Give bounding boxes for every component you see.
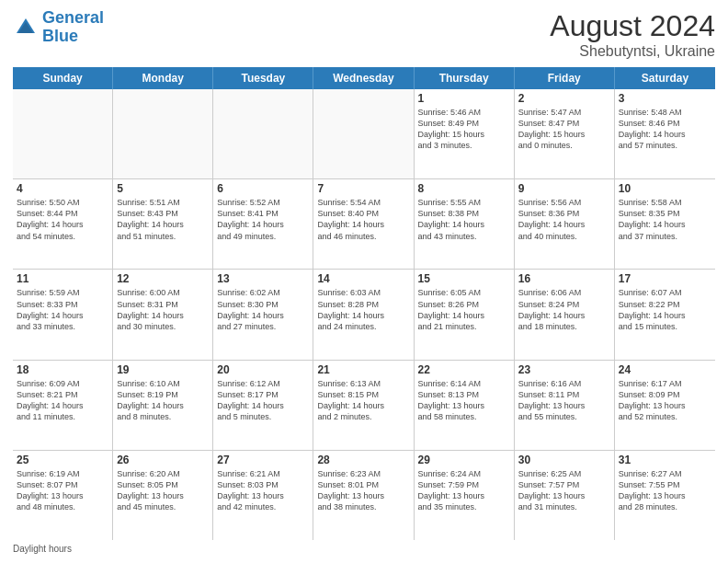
day-number: 5	[117, 182, 209, 195]
calendar: SundayMondayTuesdayWednesdayThursdayFrid…	[13, 67, 715, 540]
day-info: Sunrise: 6:03 AM Sunset: 8:28 PM Dayligh…	[317, 287, 409, 332]
day-info: Sunrise: 6:25 AM Sunset: 7:57 PM Dayligh…	[518, 468, 610, 513]
day-info: Sunrise: 6:14 AM Sunset: 8:13 PM Dayligh…	[418, 378, 510, 423]
cal-day-29: 29Sunrise: 6:24 AM Sunset: 7:59 PM Dayli…	[415, 451, 515, 540]
day-number: 24	[619, 363, 711, 376]
day-info: Sunrise: 6:09 AM Sunset: 8:21 PM Dayligh…	[17, 378, 108, 423]
day-number: 3	[619, 92, 711, 105]
day-number: 1	[418, 92, 510, 105]
day-number: 29	[418, 454, 510, 466]
logo-text-blue: Blue	[42, 28, 104, 46]
day-number: 11	[17, 272, 108, 285]
day-number: 16	[518, 272, 610, 285]
cal-day-25: 25Sunrise: 6:19 AM Sunset: 8:07 PM Dayli…	[13, 451, 113, 540]
cal-day-31: 31Sunrise: 6:27 AM Sunset: 7:55 PM Dayli…	[615, 451, 715, 540]
cal-header-friday: Friday	[515, 67, 615, 89]
day-number: 17	[619, 272, 711, 285]
day-info: Sunrise: 5:51 AM Sunset: 8:43 PM Dayligh…	[117, 197, 209, 242]
day-number: 23	[518, 363, 610, 376]
day-info: Sunrise: 5:48 AM Sunset: 8:46 PM Dayligh…	[619, 107, 711, 152]
cal-day-30: 30Sunrise: 6:25 AM Sunset: 7:57 PM Dayli…	[515, 451, 615, 540]
cal-header-thursday: Thursday	[415, 67, 515, 89]
logo-text-general: General	[42, 9, 104, 28]
cal-day-16: 16Sunrise: 6:06 AM Sunset: 8:24 PM Dayli…	[515, 270, 615, 359]
cal-day-8: 8Sunrise: 5:55 AM Sunset: 8:38 PM Daylig…	[415, 179, 515, 269]
title-block: August 2024 Shebutyntsi, Ukraine	[550, 9, 715, 60]
cal-day-19: 19Sunrise: 6:10 AM Sunset: 8:19 PM Dayli…	[113, 361, 213, 450]
day-info: Sunrise: 5:59 AM Sunset: 8:33 PM Dayligh…	[17, 287, 108, 332]
day-info: Sunrise: 6:13 AM Sunset: 8:15 PM Dayligh…	[317, 378, 409, 423]
day-info: Sunrise: 6:07 AM Sunset: 8:22 PM Dayligh…	[619, 287, 711, 332]
day-number: 31	[619, 454, 711, 466]
footer-note: Daylight hours	[13, 544, 715, 554]
day-number: 13	[217, 272, 309, 285]
day-number: 25	[17, 454, 108, 466]
cal-week-5: 25Sunrise: 6:19 AM Sunset: 8:07 PM Dayli…	[13, 451, 715, 540]
cal-header-wednesday: Wednesday	[313, 67, 414, 89]
day-info: Sunrise: 6:21 AM Sunset: 8:03 PM Dayligh…	[217, 468, 309, 513]
day-number: 4	[17, 182, 108, 195]
cal-day-24: 24Sunrise: 6:17 AM Sunset: 8:09 PM Dayli…	[615, 361, 715, 450]
day-number: 10	[619, 182, 711, 195]
cal-day-5: 5Sunrise: 5:51 AM Sunset: 8:43 PM Daylig…	[113, 179, 213, 269]
cal-day-26: 26Sunrise: 6:20 AM Sunset: 8:05 PM Dayli…	[113, 451, 213, 540]
day-number: 12	[117, 272, 209, 285]
day-info: Sunrise: 6:02 AM Sunset: 8:30 PM Dayligh…	[217, 287, 309, 332]
cal-header-tuesday: Tuesday	[213, 67, 313, 89]
cal-day-17: 17Sunrise: 6:07 AM Sunset: 8:22 PM Dayli…	[615, 270, 715, 359]
day-info: Sunrise: 5:56 AM Sunset: 8:36 PM Dayligh…	[518, 197, 610, 242]
cal-day-13: 13Sunrise: 6:02 AM Sunset: 8:30 PM Dayli…	[213, 270, 313, 359]
cal-day-1: 1Sunrise: 5:46 AM Sunset: 8:49 PM Daylig…	[415, 89, 515, 178]
cal-day-4: 4Sunrise: 5:50 AM Sunset: 8:44 PM Daylig…	[13, 179, 113, 269]
cal-day-3: 3Sunrise: 5:48 AM Sunset: 8:46 PM Daylig…	[615, 89, 715, 178]
calendar-header: SundayMondayTuesdayWednesdayThursdayFrid…	[13, 67, 715, 89]
day-number: 7	[317, 182, 409, 195]
cal-day-empty	[113, 89, 213, 178]
cal-day-6: 6Sunrise: 5:52 AM Sunset: 8:41 PM Daylig…	[213, 179, 313, 269]
cal-week-1: 1Sunrise: 5:46 AM Sunset: 8:49 PM Daylig…	[13, 89, 715, 179]
subtitle: Shebutyntsi, Ukraine	[550, 43, 715, 60]
day-info: Sunrise: 6:23 AM Sunset: 8:01 PM Dayligh…	[317, 468, 409, 513]
cal-day-28: 28Sunrise: 6:23 AM Sunset: 8:01 PM Dayli…	[313, 451, 414, 540]
cal-header-monday: Monday	[113, 67, 213, 89]
day-info: Sunrise: 5:46 AM Sunset: 8:49 PM Dayligh…	[418, 107, 510, 152]
cal-header-sunday: Sunday	[13, 67, 113, 89]
day-number: 30	[518, 454, 610, 466]
day-number: 15	[418, 272, 510, 285]
day-info: Sunrise: 6:16 AM Sunset: 8:11 PM Dayligh…	[518, 378, 610, 423]
day-number: 26	[117, 454, 209, 466]
cal-day-18: 18Sunrise: 6:09 AM Sunset: 8:21 PM Dayli…	[13, 361, 113, 450]
day-number: 19	[117, 363, 209, 376]
cal-day-10: 10Sunrise: 5:58 AM Sunset: 8:35 PM Dayli…	[615, 179, 715, 269]
day-number: 6	[217, 182, 309, 195]
day-number: 20	[217, 363, 309, 376]
page: General Blue August 2024 Shebutyntsi, Uk…	[0, 0, 728, 563]
cal-day-22: 22Sunrise: 6:14 AM Sunset: 8:13 PM Dayli…	[415, 361, 515, 450]
day-number: 9	[518, 182, 610, 195]
header: General Blue August 2024 Shebutyntsi, Uk…	[13, 9, 715, 60]
cal-day-empty	[313, 89, 414, 178]
day-info: Sunrise: 5:52 AM Sunset: 8:41 PM Dayligh…	[217, 197, 309, 242]
day-number: 22	[418, 363, 510, 376]
cal-day-empty	[213, 89, 313, 178]
day-info: Sunrise: 5:58 AM Sunset: 8:35 PM Dayligh…	[619, 197, 711, 242]
day-number: 28	[317, 454, 409, 466]
cal-day-14: 14Sunrise: 6:03 AM Sunset: 8:28 PM Dayli…	[313, 270, 414, 359]
day-number: 8	[418, 182, 510, 195]
day-info: Sunrise: 6:19 AM Sunset: 8:07 PM Dayligh…	[17, 468, 108, 513]
day-info: Sunrise: 6:20 AM Sunset: 8:05 PM Dayligh…	[117, 468, 209, 513]
day-info: Sunrise: 6:10 AM Sunset: 8:19 PM Dayligh…	[117, 378, 209, 423]
day-info: Sunrise: 6:05 AM Sunset: 8:26 PM Dayligh…	[418, 287, 510, 332]
cal-week-3: 11Sunrise: 5:59 AM Sunset: 8:33 PM Dayli…	[13, 270, 715, 360]
day-info: Sunrise: 6:17 AM Sunset: 8:09 PM Dayligh…	[619, 378, 711, 423]
cal-day-15: 15Sunrise: 6:05 AM Sunset: 8:26 PM Dayli…	[415, 270, 515, 359]
day-info: Sunrise: 5:54 AM Sunset: 8:40 PM Dayligh…	[317, 197, 409, 242]
cal-header-saturday: Saturday	[615, 67, 715, 89]
day-info: Sunrise: 6:27 AM Sunset: 7:55 PM Dayligh…	[619, 468, 711, 513]
day-number: 14	[317, 272, 409, 285]
day-info: Sunrise: 6:06 AM Sunset: 8:24 PM Dayligh…	[518, 287, 610, 332]
day-info: Sunrise: 5:55 AM Sunset: 8:38 PM Dayligh…	[418, 197, 510, 242]
cal-day-21: 21Sunrise: 6:13 AM Sunset: 8:15 PM Dayli…	[313, 361, 414, 450]
cal-day-23: 23Sunrise: 6:16 AM Sunset: 8:11 PM Dayli…	[515, 361, 615, 450]
day-info: Sunrise: 6:24 AM Sunset: 7:59 PM Dayligh…	[418, 468, 510, 513]
